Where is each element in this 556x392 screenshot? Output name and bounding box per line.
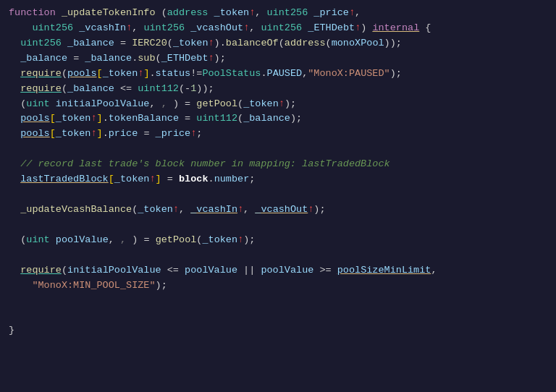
code-line-15 [9,218,547,233]
code-line-4: _balance = _balance.sub(_ETHDebt↑); [9,51,547,67]
code-line-12: lastTradedBlock[_token↑] = block.number; [9,172,547,187]
code-line-11: // record last trade's block number in m… [9,157,547,172]
code-line-6: require(_balance <= uint112(-1)); [9,82,547,97]
code-line-5: require(pools[_token↑].status!=PoolStatu… [9,67,547,82]
code-line-14: _updateVcashBalance(_token↑, _vcashIn↑, … [9,203,547,218]
code-line-21 [9,308,547,323]
code-line-13 [9,187,547,203]
code-line-3: uint256 _balance = IERC20(_token↑).balan… [9,36,547,51]
code-line-8: pools[_token↑].tokenBalance = uint112(_b… [9,111,547,127]
code-line-1: function _updateTokenInfo (address _toke… [9,6,547,21]
code-line-17 [9,248,547,263]
code-line-18: require(initialPoolValue <= poolValue ||… [9,263,547,278]
code-line-2: uint256 _vcashIn↑, uint256 _vcashOut↑, u… [9,21,547,36]
code-line-10 [9,142,547,157]
code-line-19: "MonoX:MIN_POOL_SIZE"); [9,278,547,294]
code-editor: function _updateTokenInfo (address _toke… [0,0,556,392]
code-line-16: (uint poolValue, , ) = getPool(_token↑); [9,233,547,248]
code-line-22: } [9,323,547,338]
code-line-7: (uint initialPoolValue, , ) = getPool(_t… [9,97,547,112]
code-line-20 [9,294,547,309]
code-line-9: pools[_token↑].price = _price↑; [9,127,547,142]
